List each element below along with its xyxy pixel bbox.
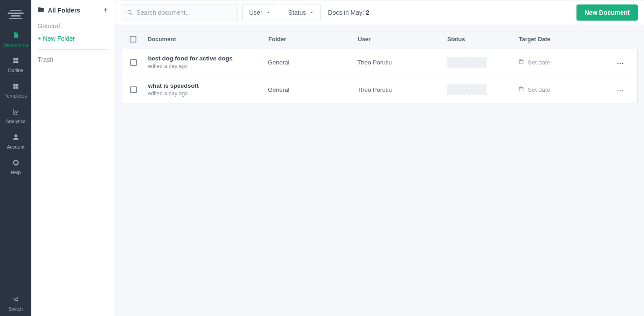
filter-status-label: Status <box>288 9 306 16</box>
chevron-down-icon <box>309 9 314 16</box>
app-logo <box>7 7 25 22</box>
calendar-icon <box>518 86 524 93</box>
nav-item-account[interactable]: Account <box>0 128 31 154</box>
column-header-user[interactable]: User <box>358 36 447 43</box>
nav-label-account: Account <box>0 144 31 149</box>
toolbar: User Status Docs in May: 2 New Document <box>115 0 644 25</box>
document-subtitle: edited a day ago <box>148 63 268 69</box>
row-user: Theo Porutiu <box>357 86 447 93</box>
document-table: Document Folder User Status Target Date … <box>122 32 638 103</box>
table-header: Document Folder User Status Target Date <box>122 32 638 49</box>
status-badge[interactable]: - <box>447 57 487 68</box>
person-icon <box>13 136 19 141</box>
svg-point-0 <box>617 63 619 64</box>
svg-point-3 <box>617 90 619 92</box>
templates-icon <box>13 85 19 90</box>
target-date-label: Set date <box>528 59 550 66</box>
calendar-icon <box>518 59 524 66</box>
docs-count-value: 2 <box>366 9 369 16</box>
svg-point-5 <box>622 90 623 92</box>
status-badge[interactable]: - <box>447 84 487 95</box>
target-date-button[interactable]: Set date <box>518 59 608 66</box>
nav-item-documents[interactable]: Documents <box>0 26 31 52</box>
document-title[interactable]: what is speedsoft <box>148 82 268 89</box>
target-date-label: Set date <box>528 86 550 93</box>
nav-item-help[interactable]: Help <box>0 154 31 179</box>
folder-sidebar: All Folders General + New Folder Trash <box>31 0 115 316</box>
nav-label-help: Help <box>0 170 31 175</box>
nav-label-outline: Outline <box>0 68 31 73</box>
docs-count: Docs in May: 2 <box>328 9 369 16</box>
svg-point-2 <box>622 63 623 64</box>
nav-item-analytics[interactable]: Analytics <box>0 103 31 128</box>
trash-link[interactable]: Trash <box>38 56 109 63</box>
sidebar-title-text: All Folders <box>48 7 80 14</box>
document-subtitle: edited a day ago <box>148 90 268 97</box>
row-checkbox[interactable] <box>130 59 137 66</box>
filter-user-button[interactable]: User <box>242 4 277 21</box>
nav-label-templates: Templates <box>0 93 31 98</box>
svg-point-4 <box>620 90 621 92</box>
target-date-button[interactable]: Set date <box>518 86 608 93</box>
help-icon <box>13 162 19 167</box>
filter-status-button[interactable]: Status <box>282 4 321 21</box>
search-input[interactable] <box>122 4 238 21</box>
row-folder: General <box>268 59 357 66</box>
row-menu-button[interactable] <box>608 85 633 94</box>
document-title[interactable]: best dog food for active dogs <box>148 55 268 62</box>
search-wrap <box>122 4 238 21</box>
svg-point-1 <box>620 63 621 64</box>
document-table-wrap: Document Folder User Status Target Date … <box>115 25 644 111</box>
new-folder-button[interactable]: + New Folder <box>38 34 109 49</box>
add-folder-button[interactable] <box>102 7 109 14</box>
nav-label-analytics: Analytics <box>0 119 31 124</box>
shuffle-icon <box>13 298 19 303</box>
column-header-folder[interactable]: Folder <box>268 36 358 43</box>
column-header-status[interactable]: Status <box>447 36 519 43</box>
table-row[interactable]: best dog food for active dogs edited a d… <box>122 49 638 76</box>
column-header-target-date[interactable]: Target Date <box>519 36 608 43</box>
chevron-down-icon <box>266 9 271 16</box>
main-content: User Status Docs in May: 2 New Document … <box>115 0 644 316</box>
filter-user-label: User <box>249 9 263 16</box>
column-header-document[interactable]: Document <box>148 36 268 43</box>
folder-icon <box>38 6 44 14</box>
docs-count-label: Docs in May: <box>328 9 366 16</box>
new-document-button[interactable]: New Document <box>576 4 638 21</box>
puzzle-icon <box>13 60 19 65</box>
nav-item-switch[interactable]: Switch <box>0 290 31 316</box>
nav-label-switch: Switch <box>0 306 31 312</box>
row-user: Theo Porutiu <box>357 59 447 66</box>
row-folder: General <box>268 86 357 93</box>
folder-item-general[interactable]: General <box>38 21 109 34</box>
chart-icon <box>13 111 19 116</box>
select-all-checkbox[interactable] <box>130 36 136 43</box>
sidebar-divider <box>38 49 109 50</box>
nav-item-outline[interactable]: Outline <box>0 52 31 77</box>
nav-rail: Documents Outline Templates Analytics Ac… <box>0 0 31 316</box>
document-icon <box>13 34 19 39</box>
row-checkbox[interactable] <box>130 86 137 93</box>
row-menu-button[interactable] <box>608 58 633 66</box>
nav-label-documents: Documents <box>0 42 31 47</box>
table-row[interactable]: what is speedsoft edited a day ago Gener… <box>122 76 638 103</box>
nav-item-templates[interactable]: Templates <box>0 77 31 103</box>
folder-list: General <box>38 21 109 34</box>
sidebar-title: All Folders <box>38 6 80 14</box>
